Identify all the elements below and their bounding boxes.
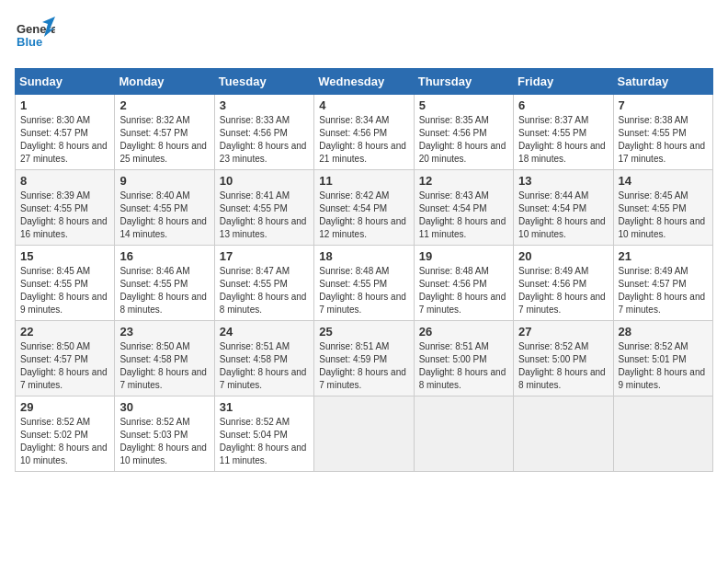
cell-info: Sunrise: 8:30 AMSunset: 4:57 PMDaylight:… (20, 115, 108, 164)
calendar-cell: 6 Sunrise: 8:37 AMSunset: 4:55 PMDayligh… (514, 95, 613, 170)
header-tuesday: Tuesday (214, 69, 313, 95)
calendar-cell: 22 Sunrise: 8:50 AMSunset: 4:57 PMDaylig… (16, 321, 115, 396)
calendar-cell: 5 Sunrise: 8:35 AMSunset: 4:56 PMDayligh… (414, 95, 513, 170)
day-number: 8 (20, 174, 109, 188)
cell-info: Sunrise: 8:44 AMSunset: 4:54 PMDaylight:… (518, 190, 606, 239)
logo-icon: General Blue (15, 15, 55, 55)
calendar-cell: 18 Sunrise: 8:48 AMSunset: 4:55 PMDaylig… (314, 246, 414, 321)
calendar-cell: 10 Sunrise: 8:41 AMSunset: 4:55 PMDaylig… (214, 170, 313, 246)
day-number: 1 (20, 98, 109, 112)
header-saturday: Saturday (613, 69, 712, 95)
cell-info: Sunrise: 8:35 AMSunset: 4:56 PMDaylight:… (419, 115, 506, 164)
calendar-cell: 29 Sunrise: 8:52 AMSunset: 5:02 PMDaylig… (16, 396, 115, 472)
calendar-week-1: 1 Sunrise: 8:30 AMSunset: 4:57 PMDayligh… (16, 95, 713, 170)
calendar-cell: 26 Sunrise: 8:51 AMSunset: 5:00 PMDaylig… (414, 321, 513, 396)
cell-info: Sunrise: 8:49 AMSunset: 4:57 PMDaylight:… (619, 266, 706, 315)
cell-info: Sunrise: 8:34 AMSunset: 4:56 PMDaylight:… (319, 115, 406, 164)
calendar-cell: 28 Sunrise: 8:52 AMSunset: 5:01 PMDaylig… (613, 321, 712, 396)
cell-info: Sunrise: 8:43 AMSunset: 4:54 PMDaylight:… (419, 190, 506, 239)
calendar-cell (514, 396, 613, 472)
day-number: 9 (119, 174, 209, 188)
day-number: 16 (119, 249, 209, 263)
calendar-cell: 15 Sunrise: 8:45 AMSunset: 4:55 PMDaylig… (16, 246, 115, 321)
cell-info: Sunrise: 8:48 AMSunset: 4:56 PMDaylight:… (419, 266, 506, 315)
calendar-cell: 7 Sunrise: 8:38 AMSunset: 4:55 PMDayligh… (613, 95, 712, 170)
calendar-cell: 8 Sunrise: 8:39 AMSunset: 4:55 PMDayligh… (16, 170, 115, 246)
day-number: 23 (119, 325, 209, 339)
cell-info: Sunrise: 8:41 AMSunset: 4:55 PMDaylight:… (220, 190, 307, 239)
day-number: 11 (319, 174, 408, 188)
day-number: 27 (518, 325, 608, 339)
day-number: 26 (419, 325, 508, 339)
day-number: 22 (20, 325, 109, 339)
cell-info: Sunrise: 8:38 AMSunset: 4:55 PMDaylight:… (619, 115, 706, 164)
day-number: 14 (619, 174, 708, 188)
day-number: 19 (419, 249, 508, 263)
calendar-cell: 17 Sunrise: 8:47 AMSunset: 4:55 PMDaylig… (214, 246, 313, 321)
calendar-cell: 25 Sunrise: 8:51 AMSunset: 4:59 PMDaylig… (314, 321, 414, 396)
calendar-week-2: 8 Sunrise: 8:39 AMSunset: 4:55 PMDayligh… (16, 170, 713, 246)
calendar-cell (414, 396, 513, 472)
day-number: 6 (518, 98, 608, 112)
day-number: 12 (419, 174, 508, 188)
cell-info: Sunrise: 8:52 AMSunset: 5:04 PMDaylight:… (220, 417, 307, 465)
cell-info: Sunrise: 8:52 AMSunset: 5:02 PMDaylight:… (20, 417, 108, 465)
page-header: General Blue (15, 15, 713, 59)
day-number: 20 (518, 249, 608, 263)
day-number: 3 (220, 98, 309, 112)
calendar-cell: 27 Sunrise: 8:52 AMSunset: 5:00 PMDaylig… (514, 321, 613, 396)
calendar-cell: 19 Sunrise: 8:48 AMSunset: 4:56 PMDaylig… (414, 246, 513, 321)
day-number: 13 (518, 174, 608, 188)
calendar-cell: 13 Sunrise: 8:44 AMSunset: 4:54 PMDaylig… (514, 170, 613, 246)
day-number: 24 (220, 325, 309, 339)
day-number: 28 (619, 325, 708, 339)
calendar-cell: 24 Sunrise: 8:51 AMSunset: 4:58 PMDaylig… (214, 321, 313, 396)
cell-info: Sunrise: 8:32 AMSunset: 4:57 PMDaylight:… (119, 115, 207, 164)
day-number: 5 (419, 98, 508, 112)
cell-info: Sunrise: 8:51 AMSunset: 4:58 PMDaylight:… (220, 341, 307, 390)
calendar-cell: 16 Sunrise: 8:46 AMSunset: 4:55 PMDaylig… (115, 246, 214, 321)
calendar-cell (613, 396, 712, 472)
day-number: 31 (220, 400, 309, 414)
calendar-week-4: 22 Sunrise: 8:50 AMSunset: 4:57 PMDaylig… (16, 321, 713, 396)
calendar-cell: 31 Sunrise: 8:52 AMSunset: 5:04 PMDaylig… (214, 396, 313, 472)
calendar-cell: 12 Sunrise: 8:43 AMSunset: 4:54 PMDaylig… (414, 170, 513, 246)
cell-info: Sunrise: 8:46 AMSunset: 4:55 PMDaylight:… (119, 266, 207, 315)
cell-info: Sunrise: 8:42 AMSunset: 4:54 PMDaylight:… (319, 190, 406, 239)
calendar-table: SundayMondayTuesdayWednesdayThursdayFrid… (15, 68, 713, 472)
calendar-cell: 21 Sunrise: 8:49 AMSunset: 4:57 PMDaylig… (613, 246, 712, 321)
cell-info: Sunrise: 8:37 AMSunset: 4:55 PMDaylight:… (518, 115, 606, 164)
day-number: 29 (20, 400, 109, 414)
day-number: 2 (119, 98, 209, 112)
cell-info: Sunrise: 8:39 AMSunset: 4:55 PMDaylight:… (20, 190, 108, 239)
svg-text:Blue: Blue (17, 35, 42, 49)
calendar-cell: 14 Sunrise: 8:45 AMSunset: 4:55 PMDaylig… (613, 170, 712, 246)
header-thursday: Thursday (414, 69, 513, 95)
header-friday: Friday (514, 69, 613, 95)
calendar-cell: 4 Sunrise: 8:34 AMSunset: 4:56 PMDayligh… (314, 95, 414, 170)
calendar-cell: 1 Sunrise: 8:30 AMSunset: 4:57 PMDayligh… (16, 95, 115, 170)
day-number: 30 (119, 400, 209, 414)
day-number: 17 (220, 249, 309, 263)
cell-info: Sunrise: 8:50 AMSunset: 4:57 PMDaylight:… (20, 341, 108, 390)
day-number: 15 (20, 249, 109, 263)
cell-info: Sunrise: 8:49 AMSunset: 4:56 PMDaylight:… (518, 266, 606, 315)
cell-info: Sunrise: 8:40 AMSunset: 4:55 PMDaylight:… (119, 190, 207, 239)
cell-info: Sunrise: 8:52 AMSunset: 5:00 PMDaylight:… (518, 341, 606, 390)
logo: General Blue (15, 15, 55, 59)
calendar-cell (314, 396, 414, 472)
header-wednesday: Wednesday (314, 69, 414, 95)
cell-info: Sunrise: 8:51 AMSunset: 5:00 PMDaylight:… (419, 341, 506, 390)
calendar-cell: 20 Sunrise: 8:49 AMSunset: 4:56 PMDaylig… (514, 246, 613, 321)
cell-info: Sunrise: 8:45 AMSunset: 4:55 PMDaylight:… (619, 190, 706, 239)
cell-info: Sunrise: 8:52 AMSunset: 5:03 PMDaylight:… (119, 417, 207, 465)
cell-info: Sunrise: 8:48 AMSunset: 4:55 PMDaylight:… (319, 266, 406, 315)
cell-info: Sunrise: 8:52 AMSunset: 5:01 PMDaylight:… (619, 341, 706, 390)
header-sunday: Sunday (16, 69, 115, 95)
cell-info: Sunrise: 8:50 AMSunset: 4:58 PMDaylight:… (119, 341, 207, 390)
day-number: 4 (319, 98, 408, 112)
calendar-cell: 2 Sunrise: 8:32 AMSunset: 4:57 PMDayligh… (115, 95, 214, 170)
cell-info: Sunrise: 8:33 AMSunset: 4:56 PMDaylight:… (220, 115, 307, 164)
cell-info: Sunrise: 8:47 AMSunset: 4:55 PMDaylight:… (220, 266, 307, 315)
day-number: 18 (319, 249, 408, 263)
